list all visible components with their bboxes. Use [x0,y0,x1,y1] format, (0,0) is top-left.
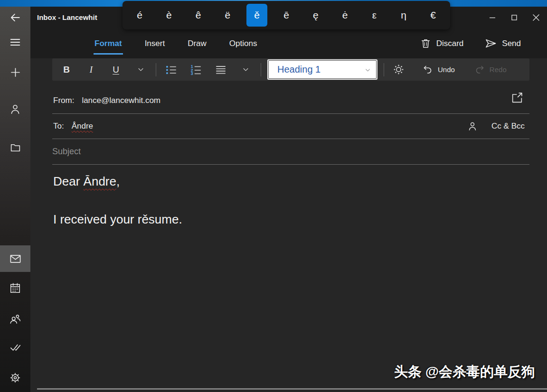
sidebar [0,7,30,392]
trash-icon [420,37,432,49]
greeting-name-misspelled: Āndre [84,174,116,188]
popout-icon [510,91,524,104]
discard-button[interactable]: Discard [420,37,464,49]
window-title: Inbox - Lancewhit [37,7,97,28]
chevron-down-icon [241,65,250,74]
char-option[interactable]: ε [364,4,385,27]
body-line-greeting: Dear Āndre, [53,173,528,190]
calendar-icon [9,282,21,294]
hamburger-icon [9,36,21,48]
bold-button[interactable]: B [54,58,79,81]
back-button[interactable] [0,7,30,28]
tab-insert[interactable]: Insert [145,28,165,58]
people-nav-button[interactable] [0,308,30,330]
watermark: 头条@会杀毒的单反狗 [394,363,535,382]
redo-button-disabled[interactable]: Redo [468,58,512,81]
to-row[interactable]: To: Åndre Cc & Bcc [52,114,529,139]
alignment-button[interactable] [208,58,233,81]
formatting-toolbar: B I U 123 [52,58,529,81]
numbered-list-icon: 123 [190,64,202,76]
accent-character-picker: é è ê ë ě ē ę ė ε η € [123,1,450,29]
char-option-selected[interactable]: ě [246,4,267,27]
char-option[interactable]: € [423,4,443,27]
underline-button[interactable]: U [104,58,128,81]
from-address[interactable]: lance@lancewhit.com [82,96,160,105]
to-label: To: [53,121,64,131]
char-option[interactable]: ę [305,4,326,27]
numbered-list-button[interactable]: 123 [184,58,208,81]
align-justify-icon [215,64,227,76]
compose-form: From: lance@lancewhit.com To: Åndre Cc &… [52,81,529,165]
to-recipient[interactable]: Åndre [72,121,93,131]
char-option[interactable]: ë [217,4,238,27]
maximize-button[interactable] [503,7,525,28]
people-icon [9,313,21,325]
tab-draw[interactable]: Draw [188,28,207,58]
toolbar-separator [156,63,156,76]
plus-icon [9,66,22,79]
char-option[interactable]: ė [335,4,356,27]
open-in-new-window-button[interactable] [510,91,524,104]
gear-icon [9,372,21,384]
mail-icon [9,252,22,265]
maximize-icon [509,12,519,23]
person-icon [467,121,478,132]
minimize-button[interactable] [481,7,503,28]
font-options-dropdown-button[interactable] [128,58,153,81]
cc-bcc-button[interactable]: Cc & Bcc [491,121,525,131]
watermark-brand: 头条 [394,364,422,379]
char-option[interactable]: ê [188,4,209,27]
redo-label: Redo [490,65,507,74]
mail-nav-button[interactable] [0,245,30,272]
undo-label: Undo [438,65,455,74]
calendar-nav-button[interactable] [0,277,30,299]
bullet-list-icon [165,64,178,76]
double-checkmark-icon [9,341,21,354]
chevron-down-icon [136,65,145,74]
greeting-suffix: , [116,174,120,188]
ribbon-tabs: Format Insert Draw Options [94,28,257,58]
subject-input[interactable] [52,147,529,157]
svg-text:3: 3 [191,71,193,76]
styles-button[interactable] [387,58,410,81]
tab-options[interactable]: Options [229,28,257,58]
body-line-2: I received your rěsume. [53,211,528,228]
person-icon [9,103,21,115]
menu-button[interactable] [0,31,30,54]
sun-icon [392,63,405,76]
subject-row [52,139,529,165]
paragraph-style-dropdown[interactable]: Heading 1 [268,60,377,79]
send-button[interactable]: Send [484,37,521,50]
new-mail-button[interactable] [0,61,30,84]
char-option[interactable]: é [129,4,150,27]
folder-icon [9,141,21,153]
choose-contacts-button[interactable] [467,121,478,132]
ribbon: Format Insert Draw Options Discard Send [30,28,547,58]
bullet-list-button[interactable] [159,58,184,81]
style-dropdown-value: Heading 1 [277,64,321,75]
greeting-prefix: Dear [53,174,84,188]
italic-button[interactable]: I [79,58,104,81]
redo-arrow-icon [474,64,485,75]
toolbar-separator [261,63,261,76]
toolbar-separator [384,63,384,76]
horizontal-scrollbar[interactable] [37,388,547,390]
from-label: From: [53,96,74,105]
folders-button[interactable] [0,136,30,159]
send-plane-icon [484,37,497,50]
message-body-editor[interactable]: Dear Āndre, I received your rěsume. [53,173,528,228]
watermark-handle: @会杀毒的单反狗 [425,364,535,379]
close-button[interactable] [525,7,547,28]
char-option[interactable]: ē [276,4,297,27]
char-option[interactable]: è [159,4,179,27]
paragraph-options-dropdown-button[interactable] [233,58,258,81]
char-option[interactable]: η [393,4,414,27]
ribbon-actions: Discard Send [420,28,521,58]
to-row-actions: Cc & Bcc [467,114,525,139]
todo-nav-button[interactable] [0,336,30,359]
undo-button[interactable]: Undo [416,58,461,81]
tab-format[interactable]: Format [94,28,122,58]
settings-button[interactable] [0,366,30,389]
discard-label: Discard [436,39,464,48]
accounts-button[interactable] [0,98,30,121]
